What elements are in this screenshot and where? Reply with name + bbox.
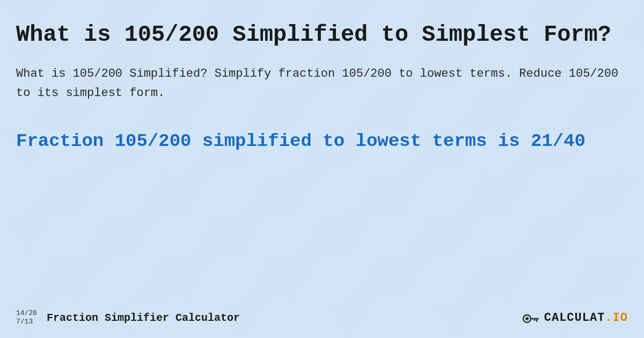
footer-brand-label: Fraction Simplifier Calculator (47, 312, 240, 324)
result-section: Fraction 105/200 simplified to lowest te… (16, 129, 628, 153)
page-description: What is 105/200 Simplified? Simplify fra… (16, 64, 628, 102)
page-title: What is 105/200 Simplified to Simplest F… (16, 21, 628, 48)
result-text: Fraction 105/200 simplified to lowest te… (16, 129, 628, 153)
footer-fraction-top: 14/26 (16, 309, 37, 318)
calculator-icon (522, 308, 541, 327)
footer: 14/26 7/13 Fraction Simplifier Calculato… (0, 308, 644, 327)
footer-fraction-bottom: 7/13 (16, 318, 37, 326)
footer-fractions: 14/26 7/13 (16, 309, 37, 326)
footer-brand: 14/26 7/13 Fraction Simplifier Calculato… (16, 309, 240, 326)
footer-logo: CALCULAT.IO (522, 308, 628, 327)
logo-text: CALCULAT.IO (544, 311, 628, 325)
logo-dot-io: .IO (605, 311, 628, 325)
svg-point-176 (525, 317, 529, 320)
